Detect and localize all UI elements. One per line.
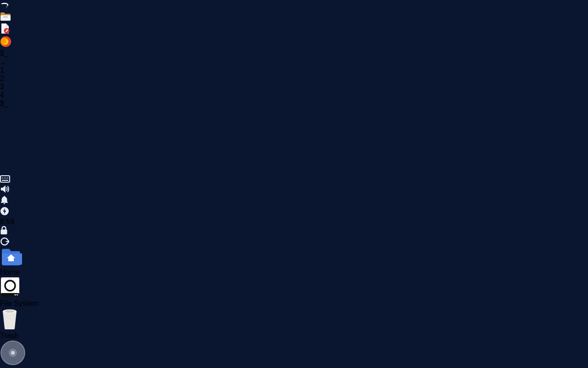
wallpaper bbox=[0, 0, 588, 368]
